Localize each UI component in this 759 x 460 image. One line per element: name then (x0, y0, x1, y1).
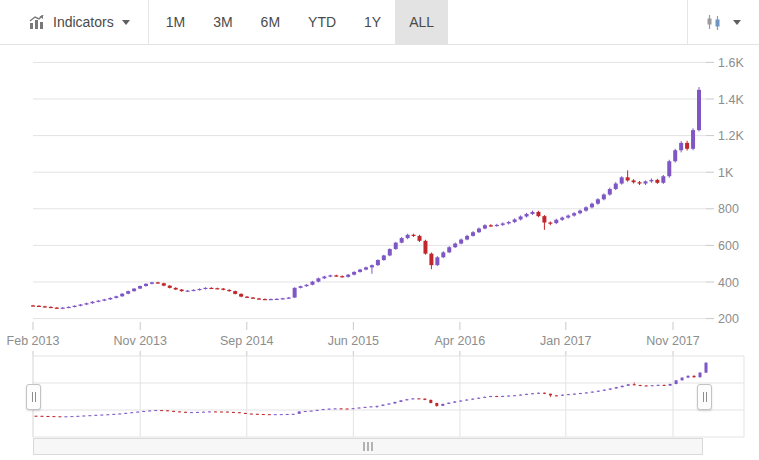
navigator-candle (555, 395, 558, 396)
range-button-ytd[interactable]: YTD (294, 0, 350, 44)
navigator-candle (447, 403, 450, 404)
navigator-candle (52, 416, 55, 417)
x-axis-label: Nov 2017 (646, 334, 700, 348)
navigator-candle (316, 410, 319, 411)
candle (352, 272, 356, 275)
navigator-candle (597, 391, 600, 392)
candle (542, 216, 546, 222)
candle (364, 267, 368, 269)
navigator-candle (645, 385, 648, 386)
bar-chart-trend-icon (29, 15, 45, 29)
grip-vertical-icon (706, 392, 707, 402)
navigator-candle (286, 414, 289, 415)
candle (174, 288, 178, 290)
navigator-candle (130, 412, 133, 413)
navigator-candle (106, 414, 109, 415)
candle (477, 229, 481, 233)
range-button-6m[interactable]: 6M (247, 0, 294, 44)
candle (370, 265, 374, 267)
candle (322, 277, 326, 279)
range-button-1m[interactable]: 1M (152, 0, 199, 44)
indicators-button[interactable]: Indicators (0, 0, 148, 44)
navigator-candle (699, 373, 702, 378)
candle (578, 211, 582, 214)
navigator-candle (537, 393, 540, 394)
candle (334, 275, 338, 276)
navigator-candle (256, 414, 259, 415)
navigator-scrollbar[interactable] (33, 438, 703, 455)
candle (221, 289, 225, 290)
navigator-candle (70, 416, 73, 417)
navigator-candle (495, 396, 498, 397)
navigator-candle (118, 414, 121, 415)
x-axis-label: Apr 2016 (435, 334, 486, 348)
navigator-candle (561, 395, 564, 396)
candle (269, 299, 273, 300)
candle (519, 216, 523, 219)
navigator-candle (100, 415, 103, 416)
y-axis-label: 400 (718, 276, 739, 290)
candle (608, 189, 612, 194)
candle (632, 180, 636, 182)
navigator-candle (549, 394, 552, 396)
navigator-candle (507, 396, 510, 397)
navigator-candle (633, 384, 636, 385)
candle (79, 305, 83, 306)
range-button-1y[interactable]: 1Y (350, 0, 395, 44)
navigator-right-handle[interactable] (697, 384, 712, 410)
candle (572, 213, 576, 215)
navigator-candle (621, 386, 624, 387)
candle (382, 255, 386, 260)
range-button-3m[interactable]: 3M (199, 0, 246, 44)
candle (67, 307, 71, 308)
navigator-left-handle[interactable] (26, 384, 41, 410)
navigator-candle (46, 416, 49, 417)
candle (661, 176, 665, 183)
navigator-candle (298, 411, 301, 413)
toolbar-spacer (448, 0, 687, 44)
navigator-candle (268, 414, 271, 415)
navigator-candle (627, 384, 630, 386)
candle (566, 216, 570, 218)
candle (667, 161, 671, 176)
candle (406, 235, 410, 238)
candle (239, 294, 243, 297)
navigator-candle (501, 396, 504, 397)
navigator-candle (543, 393, 546, 394)
navigator-candle (280, 414, 283, 415)
grip-vertical-icon (35, 392, 36, 402)
range-button-all[interactable]: ALL (395, 0, 448, 44)
candle (102, 299, 106, 300)
candle (49, 307, 53, 308)
x-axis-label: Jan 2017 (540, 334, 591, 348)
candle (376, 260, 380, 265)
navigator-candle (208, 411, 211, 412)
navigator-candle (190, 412, 193, 413)
navigator-candle (393, 402, 396, 404)
navigator-candle (519, 395, 522, 396)
candle (96, 301, 100, 302)
navigator-candle (399, 400, 402, 402)
navigator-candle (417, 398, 420, 399)
navigator-candle (340, 408, 343, 409)
navigator-candle (405, 399, 408, 400)
candle (316, 278, 320, 281)
navigator-candle (615, 387, 618, 388)
navigator-candle (334, 408, 337, 409)
navigator-candle (76, 416, 79, 417)
navigator-candle (322, 409, 325, 410)
chart-type-button[interactable] (688, 0, 759, 44)
candle (501, 223, 505, 224)
indicators-label: Indicators (53, 14, 114, 30)
navigator-candle (381, 405, 384, 406)
candle (281, 298, 285, 299)
navigator-candle (262, 414, 265, 415)
navigator-candle (142, 411, 145, 412)
candle (144, 284, 148, 286)
candle (192, 290, 196, 291)
candle (346, 275, 350, 277)
navigator-candle (483, 397, 486, 398)
navigator-candle (172, 411, 175, 412)
navigator-candle (88, 415, 91, 416)
navigator-candle (435, 403, 438, 406)
